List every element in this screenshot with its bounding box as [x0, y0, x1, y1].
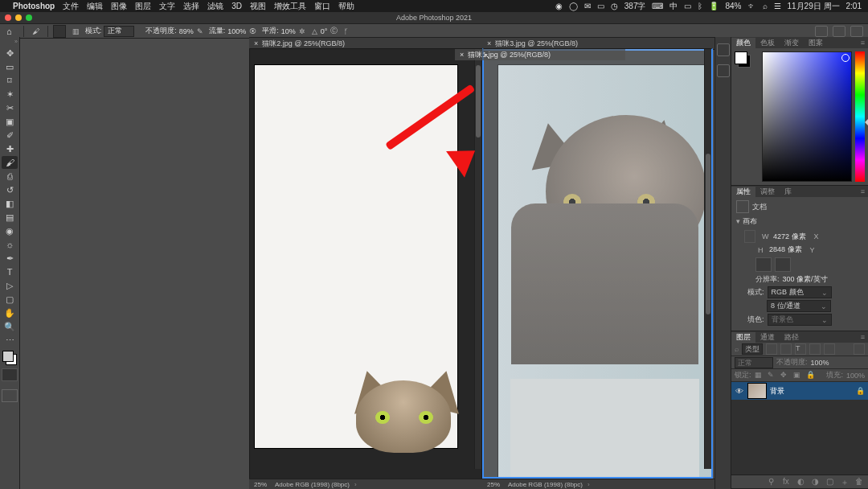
- fill-value[interactable]: 100%: [846, 372, 865, 380]
- battery-icon[interactable]: 🔋: [709, 2, 719, 10]
- tab-patterns[interactable]: 图案: [804, 38, 828, 48]
- angle-icon[interactable]: △: [312, 27, 317, 35]
- type-tool-icon[interactable]: T: [2, 265, 18, 278]
- menu-type[interactable]: 文字: [159, 1, 175, 12]
- app-name[interactable]: Photoshop: [13, 2, 55, 10]
- home-icon[interactable]: ⌂: [6, 27, 12, 36]
- dodge-tool-icon[interactable]: ☼: [2, 238, 18, 251]
- colormode-select[interactable]: RGB 颜色: [768, 286, 832, 298]
- mode-select[interactable]: 正常: [104, 26, 134, 37]
- fill-select[interactable]: 背景色: [768, 314, 832, 326]
- stamp-tool-icon[interactable]: ⎙: [2, 170, 18, 183]
- link-wh-icon[interactable]: [744, 230, 755, 243]
- menu-window[interactable]: 窗口: [314, 1, 330, 12]
- brush-settings-icon[interactable]: ▥: [72, 27, 80, 35]
- hand-tool-icon[interactable]: ✋: [2, 306, 18, 319]
- quickmask-icon[interactable]: [2, 368, 18, 381]
- menu-plugins[interactable]: 增效工具: [274, 1, 306, 12]
- search-ps-icon[interactable]: [833, 26, 845, 37]
- crop-tool-icon[interactable]: ✂: [2, 101, 18, 114]
- lasso-tool-icon[interactable]: ⌑: [2, 74, 18, 87]
- filter-image-icon[interactable]: [766, 343, 777, 355]
- h-value[interactable]: 2848 像素: [769, 244, 802, 255]
- document-view-left[interactable]: [249, 48, 482, 479]
- pen-tool-icon[interactable]: ✒: [2, 252, 18, 265]
- color-picker[interactable]: [762, 51, 852, 182]
- hue-slider[interactable]: [855, 51, 865, 182]
- gradient-tool-icon[interactable]: ▤: [2, 211, 18, 224]
- close-window-icon[interactable]: [5, 14, 11, 21]
- tab-properties[interactable]: 属性: [731, 187, 755, 197]
- wifi-icon[interactable]: ᯤ: [748, 2, 756, 10]
- menu-filter[interactable]: 滤镜: [207, 1, 223, 12]
- blur-tool-icon[interactable]: ◉: [2, 224, 18, 237]
- menu-file[interactable]: 文件: [63, 1, 79, 12]
- fg-bg-swatch[interactable]: [2, 351, 17, 365]
- brush-tool-icon[interactable]: 🖌: [2, 156, 18, 169]
- color-profile[interactable]: Adobe RGB (1998) (8bpc): [275, 481, 350, 488]
- dragging-tab[interactable]: × 猫咪1.jpg @ 25%(RGB/8): [455, 49, 625, 60]
- quick-select-tool-icon[interactable]: ✶: [2, 88, 18, 101]
- angle-value[interactable]: 0°: [321, 27, 328, 35]
- menu-help[interactable]: 帮助: [338, 1, 354, 12]
- layer-filter-select[interactable]: 类型: [742, 343, 763, 355]
- status-caret-icon[interactable]: ›: [354, 481, 357, 488]
- delete-layer-icon[interactable]: 🗑: [855, 477, 865, 487]
- w-value[interactable]: 4272 像素: [773, 232, 806, 242]
- layer-thumbnail[interactable]: [747, 383, 767, 399]
- scrollbar-right[interactable]: [704, 49, 711, 469]
- panel-menu-icon[interactable]: ≡: [861, 39, 865, 47]
- share-icon[interactable]: [815, 26, 828, 37]
- frame-tool-icon[interactable]: ▣: [2, 115, 18, 128]
- marquee-tool-icon[interactable]: ▭: [2, 60, 18, 73]
- filter-type-icon[interactable]: T: [795, 343, 806, 355]
- ime-icon[interactable]: 中: [669, 1, 678, 12]
- menu-edit[interactable]: 编辑: [87, 1, 103, 12]
- layer-name[interactable]: 背景: [770, 386, 784, 397]
- wechat-icon[interactable]: ✉: [584, 2, 591, 10]
- date[interactable]: 11月29日 周一: [788, 1, 840, 12]
- link-layers-icon[interactable]: ⚲: [768, 477, 778, 487]
- menu-view[interactable]: 视图: [250, 1, 266, 12]
- layer-opacity-value[interactable]: 100%: [811, 359, 829, 367]
- user-icon[interactable]: ◯: [569, 2, 578, 10]
- lock-transparent-icon[interactable]: ▦: [755, 371, 764, 380]
- bluetooth-icon[interactable]: ᛒ: [698, 2, 702, 10]
- brush-tool-icon[interactable]: 🖌: [32, 27, 39, 35]
- tab-paths[interactable]: 路径: [780, 332, 804, 343]
- layer-row[interactable]: 👁 背景 🔒: [731, 382, 868, 400]
- blend-mode-select[interactable]: 正常: [735, 357, 773, 368]
- minimize-window-icon[interactable]: [15, 14, 22, 21]
- zoom-readout[interactable]: 25%: [487, 481, 500, 488]
- tab-gradients[interactable]: 渐变: [780, 38, 804, 48]
- more-tools-icon[interactable]: ⋯: [2, 334, 18, 347]
- new-group-icon[interactable]: ▢: [826, 477, 836, 487]
- keyboard-icon[interactable]: ⌨: [652, 2, 663, 10]
- close-tab-icon[interactable]: ×: [487, 39, 491, 47]
- layer-lock-icon[interactable]: 🔒: [856, 387, 865, 395]
- color-profile[interactable]: Adobe RGB (1998) (8bpc): [508, 481, 583, 488]
- flow-value[interactable]: 100%: [227, 27, 246, 35]
- smooth-value[interactable]: 10%: [281, 27, 296, 35]
- tab-libraries[interactable]: 库: [780, 187, 796, 197]
- layer-visibility-icon[interactable]: 👁: [735, 387, 744, 396]
- history-panel-icon[interactable]: [717, 43, 730, 56]
- smooth-settings-icon[interactable]: ✲: [299, 27, 305, 35]
- stage-icon[interactable]: ▭: [597, 2, 604, 10]
- panel-menu-icon[interactable]: ≡: [861, 333, 865, 341]
- canvas-section[interactable]: 画布: [736, 216, 863, 227]
- workspace-icon[interactable]: [850, 26, 863, 37]
- layer-mask-icon[interactable]: ◐: [797, 477, 807, 487]
- record-icon[interactable]: ◉: [555, 2, 563, 10]
- close-tab-icon[interactable]: ×: [254, 39, 258, 47]
- layer-fx-icon[interactable]: fx: [783, 477, 792, 487]
- filter-shape-icon[interactable]: [809, 343, 821, 355]
- color-swatch-pair[interactable]: [735, 51, 751, 68]
- zoom-readout[interactable]: 25%: [254, 481, 267, 488]
- filter-smart-icon[interactable]: [824, 343, 835, 355]
- control-center-icon[interactable]: ☰: [774, 2, 781, 10]
- lock-position-icon[interactable]: ✥: [780, 371, 790, 380]
- status-caret-icon[interactable]: ›: [588, 481, 590, 488]
- menu-select[interactable]: 选择: [183, 1, 199, 12]
- depth-select[interactable]: 8 位/通道: [767, 300, 831, 312]
